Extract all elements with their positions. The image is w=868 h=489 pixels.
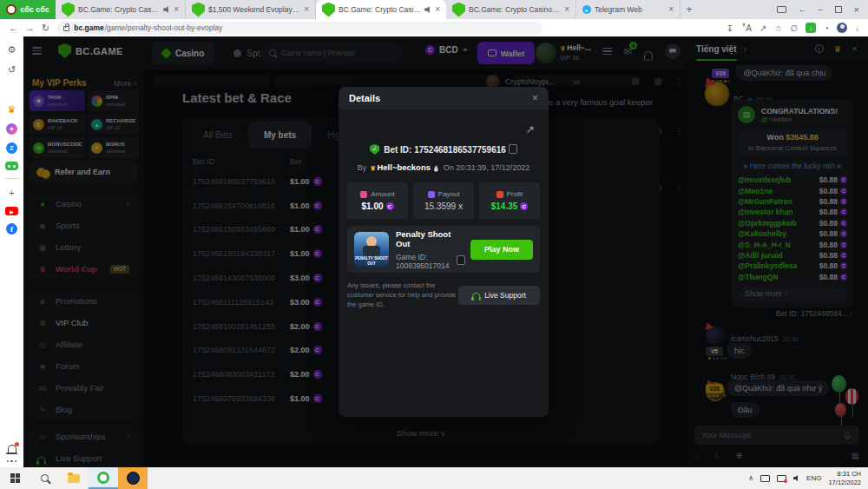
tray-clock[interactable]: 8:31 CH 17/12/2022 [828, 470, 861, 487]
bcgame-favicon [192, 3, 205, 17]
profile-icon[interactable] [837, 23, 847, 33]
headset-icon [472, 293, 480, 298]
translate-icon[interactable]: ꜛA [741, 23, 752, 33]
minimize-button[interactable]: – [819, 5, 823, 14]
tab-close-icon[interactable]: × [174, 5, 179, 14]
modal-title: Details [349, 93, 380, 103]
tray-screenshare-icon[interactable] [777, 475, 786, 482]
settings-gear-icon[interactable]: ⚙ [6, 43, 18, 56]
crown-icon[interactable]: ♛ [6, 103, 18, 116]
tray-language[interactable]: ENG [806, 474, 821, 482]
history-icon[interactable]: ↺ [6, 63, 18, 76]
goalkeeper-body [363, 246, 380, 256]
lock-icon [63, 26, 69, 31]
window-controls: ← – × [768, 0, 868, 19]
bet-id-row: Bet ID: 1752468186537759616 [339, 144, 549, 155]
coccoc-brand[interactable]: cốc cốc [0, 0, 56, 19]
maximize-button[interactable] [835, 6, 842, 13]
modal-close-icon[interactable]: × [532, 92, 538, 104]
stat-amount: Amount $1.00 [347, 182, 408, 219]
taskbar-coccoc-icon[interactable] [89, 467, 118, 489]
audio-playing-icon [424, 6, 431, 13]
tab-close-icon[interactable]: × [668, 5, 674, 14]
bcgame-favicon [62, 3, 75, 17]
tab-title: BC.Game: Crypto Casino [339, 5, 421, 14]
downloads-icon[interactable]: ↓ [855, 23, 859, 33]
save-page-icon[interactable]: ↧ [727, 23, 733, 33]
urlbar-actions: ↧ ꜛA ↗ ☆ ∅ ↓ ◔ ↓ [727, 23, 859, 33]
cast-icon[interactable] [777, 6, 786, 13]
screen: cốc cốc BC.Game: Crypto Casino× $1,500 W… [0, 0, 868, 489]
zalo-icon[interactable]: Z [6, 142, 17, 154]
download-manager-icon[interactable]: ↓ [806, 23, 816, 33]
browser-url-bar: ← → ↻ bc.game/game/penalty-shoot-out-by-… [0, 19, 868, 36]
tray-display-icon[interactable] [760, 475, 770, 482]
more-menu-icon[interactable] [7, 460, 17, 463]
verified-shield-icon [370, 144, 379, 155]
start-button[interactable] [0, 467, 30, 489]
bet-details-modal: Details × ↗ Bet ID: 1752468186537759616 … [339, 87, 549, 417]
share-bet-icon[interactable]: ↗ [526, 123, 535, 135]
tab-close-icon[interactable]: × [564, 5, 569, 14]
live-support-button[interactable]: Live Support [458, 286, 540, 305]
forward-icon[interactable]: → [25, 23, 35, 33]
games-icon[interactable] [5, 162, 18, 170]
tray-volume-icon[interactable] [793, 475, 799, 481]
copy-icon[interactable] [510, 146, 517, 154]
modal-bet-id: Bet ID: 1752468186537759616 [384, 145, 506, 155]
file-explorer-icon[interactable] [59, 467, 89, 489]
payout-icon [428, 191, 435, 198]
bcd-coin-icon [520, 202, 528, 210]
taskbar-active-app-icon[interactable] [118, 467, 148, 489]
player-name[interactable]: Hell~beckons [370, 162, 439, 172]
extension-icon[interactable]: ◔ [824, 23, 829, 33]
new-tab-button[interactable]: + [681, 0, 698, 19]
tray-expand-icon[interactable]: ∧ [748, 474, 753, 482]
tab-close-icon[interactable]: × [304, 5, 309, 14]
browser-tab-2[interactable]: $1,500 Weekend Evoplay Mu× [186, 0, 316, 19]
taskbar-search-icon[interactable] [30, 467, 59, 489]
facebook-icon[interactable]: f [6, 223, 17, 235]
boss-key-icon[interactable]: ← [799, 5, 806, 14]
add-shortcut-icon[interactable]: + [6, 187, 18, 199]
tab-close-icon[interactable]: × [435, 5, 440, 14]
audio-playing-icon [163, 6, 170, 13]
tab-title: BC.Game: Crypto Casino [78, 5, 160, 14]
stat-payout: Payout 15.3599 x [413, 182, 474, 219]
share-icon[interactable]: ↗ [760, 23, 766, 33]
reload-icon[interactable]: ↻ [42, 23, 49, 33]
thumb-caption: PENALTY SHOOT OUT [354, 256, 389, 266]
copy-icon[interactable] [458, 257, 464, 265]
close-button[interactable]: × [854, 4, 859, 15]
game-thumbnail[interactable]: PENALTY SHOOT OUT [354, 232, 389, 267]
notification-dot [15, 442, 19, 446]
browser-tab-3-active[interactable]: BC.Game: Crypto Casino× [316, 0, 446, 19]
url-domain: bc.game [74, 23, 104, 32]
browser-tab-5[interactable]: ▸Telegram Web× [576, 0, 681, 19]
tab-title: Telegram Web [595, 5, 665, 14]
coccoc-side-strip: ⚙ ↺ ♛ ✦ Z + ▶ f [0, 36, 23, 467]
address-field[interactable]: bc.game/game/penalty-shoot-out-by-evopla… [56, 22, 542, 35]
telegram-favicon: ▸ [582, 5, 591, 14]
browser-tab-1[interactable]: BC.Game: Crypto Casino× [56, 0, 186, 19]
notification-bell-icon[interactable] [8, 445, 16, 453]
amount-icon [360, 191, 367, 198]
adblock-shield-icon[interactable]: ∅ [790, 23, 798, 33]
messenger-icon[interactable]: ✦ [6, 123, 17, 135]
play-now-button[interactable]: Play Now [470, 240, 533, 260]
browser-tab-4[interactable]: BC.Game: Crypto Casino Gam× [446, 0, 576, 19]
stat-profit: Profit $14.35 [479, 182, 540, 219]
back-icon[interactable]: ← [9, 23, 18, 33]
game-name: Penalty Shoot Out [396, 229, 464, 248]
browser-tab-strip: cốc cốc BC.Game: Crypto Casino× $1,500 W… [0, 0, 868, 19]
tab-title: $1,500 Weekend Evoplay Mu [208, 5, 300, 14]
support-note-row: Any issues, please contact the customer … [347, 281, 540, 310]
divider [5, 178, 19, 179]
feed-icon[interactable] [7, 83, 16, 96]
modal-header: Details × [339, 87, 549, 109]
bet-stats: Amount $1.00 Payout 15.3599 x Profit $14… [347, 182, 540, 219]
bookmark-star-icon[interactable]: ☆ [774, 23, 782, 33]
youtube-icon[interactable]: ▶ [5, 207, 18, 215]
bet-by-row: By Hell~beckons On 20:31:39, 17/12/2022 [339, 162, 549, 172]
bcd-coin-icon [386, 202, 394, 210]
